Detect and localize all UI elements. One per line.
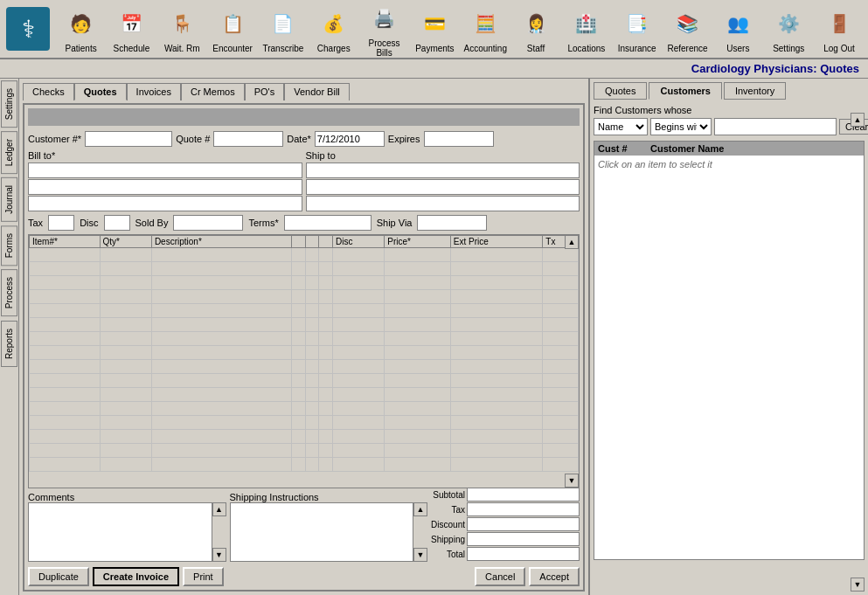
table-cell[interactable] [151,374,291,388]
table-cell[interactable] [332,360,384,374]
table-cell[interactable] [319,290,333,304]
table-cell[interactable] [319,458,333,472]
table-cell[interactable] [319,262,333,276]
table-cell[interactable] [543,444,579,458]
comments-textarea[interactable] [28,502,212,562]
table-cell[interactable] [450,402,542,416]
table-cell[interactable] [319,318,333,332]
table-cell[interactable] [291,304,305,318]
table-cell[interactable] [100,262,151,276]
table-cell[interactable] [30,416,101,430]
table-cell[interactable] [100,374,151,388]
table-cell[interactable] [291,248,305,262]
table-cell[interactable] [291,402,305,416]
table-cell[interactable] [319,248,333,262]
table-cell[interactable] [385,444,451,458]
table-cell[interactable] [151,346,291,360]
table-cell[interactable] [332,332,384,346]
side-tab-process[interactable]: Process [1,269,17,316]
table-cell[interactable] [151,248,291,262]
table-cell[interactable] [100,346,151,360]
table-cell[interactable] [305,304,319,318]
tab-pos[interactable]: PO's [245,83,285,100]
table-cell[interactable] [151,318,291,332]
discount-input[interactable] [467,517,580,531]
table-cell[interactable] [543,248,579,262]
table-cell[interactable] [450,346,542,360]
right-tab-inventory[interactable]: Inventory [724,82,786,100]
table-cell[interactable] [30,444,101,458]
table-cell[interactable] [450,318,542,332]
table-cell[interactable] [543,458,579,472]
table-cell[interactable] [319,332,333,346]
table-cell[interactable] [30,430,101,444]
table-cell[interactable] [332,276,384,290]
table-cell[interactable] [291,276,305,290]
tax-total-input[interactable] [467,502,580,516]
toolbar-users[interactable]: 👥 Users [712,2,763,57]
table-cell[interactable] [332,318,384,332]
table-cell[interactable] [385,304,451,318]
table-cell[interactable] [305,374,319,388]
toolbar-encounter[interactable]: 📋 Encounter [207,2,258,57]
tab-invoices[interactable]: Invoices [127,83,181,100]
duplicate-button[interactable]: Duplicate [28,567,89,586]
sold-by-input[interactable] [173,215,243,231]
toolbar-charges[interactable]: 💰 Charges [309,2,359,57]
tab-cr-memos[interactable]: Cr Memos [181,83,245,100]
table-cell[interactable] [319,304,333,318]
table-cell[interactable] [450,430,542,444]
table-cell[interactable] [543,416,579,430]
shipping-textarea[interactable] [230,502,414,562]
toolbar-accounting[interactable]: 🧮 Accounting [460,2,510,57]
comments-scroll-up[interactable]: ▲ [212,502,226,516]
table-cell[interactable] [305,444,319,458]
table-cell[interactable] [450,276,542,290]
table-cell[interactable] [151,458,291,472]
table-cell[interactable] [332,290,384,304]
table-cell[interactable] [291,318,305,332]
table-cell[interactable] [385,276,451,290]
table-cell[interactable] [332,402,384,416]
table-cell[interactable] [332,416,384,430]
side-tab-forms[interactable]: Forms [1,225,17,266]
accept-button[interactable]: Accept [529,567,580,586]
toolbar-insurance[interactable]: 📑 Insurance [612,2,663,57]
table-cell[interactable] [30,262,101,276]
table-cell[interactable] [305,430,319,444]
table-cell[interactable] [151,276,291,290]
toolbar-process-bills[interactable]: 🖨️ Process Bills [359,0,410,61]
table-cell[interactable] [319,416,333,430]
table-cell[interactable] [450,416,542,430]
table-cell[interactable] [30,318,101,332]
table-cell[interactable] [332,374,384,388]
table-cell[interactable] [543,346,579,360]
table-cell[interactable] [385,416,451,430]
table-cell[interactable] [305,346,319,360]
table-cell[interactable] [100,430,151,444]
table-cell[interactable] [305,388,319,402]
table-cell[interactable] [450,458,542,472]
table-cell[interactable] [385,360,451,374]
table-cell[interactable] [450,388,542,402]
table-cell[interactable] [30,458,101,472]
table-cell[interactable] [30,248,101,262]
right-tab-customers[interactable]: Customers [649,82,721,100]
find-condition-select[interactable]: Begins with Contains Equals [650,118,712,135]
toolbar-schedule[interactable]: 📅 Schedule [107,2,157,57]
print-button[interactable]: Print [183,567,224,586]
table-cell[interactable] [332,346,384,360]
table-cell[interactable] [450,262,542,276]
tab-vendor-bill[interactable]: Vendor Bill [284,83,350,100]
table-cell[interactable] [30,332,101,346]
table-cell[interactable] [100,444,151,458]
table-cell[interactable] [450,304,542,318]
table-cell[interactable] [305,360,319,374]
table-cell[interactable] [305,458,319,472]
right-tab-quotes[interactable]: Quotes [594,82,647,100]
table-cell[interactable] [305,318,319,332]
table-scroll-up[interactable]: ▲ [565,235,579,249]
toolbar-wait-rm[interactable]: 🪑 Wait. Rm [156,2,207,57]
table-cell[interactable] [291,374,305,388]
total-input[interactable] [467,547,580,561]
